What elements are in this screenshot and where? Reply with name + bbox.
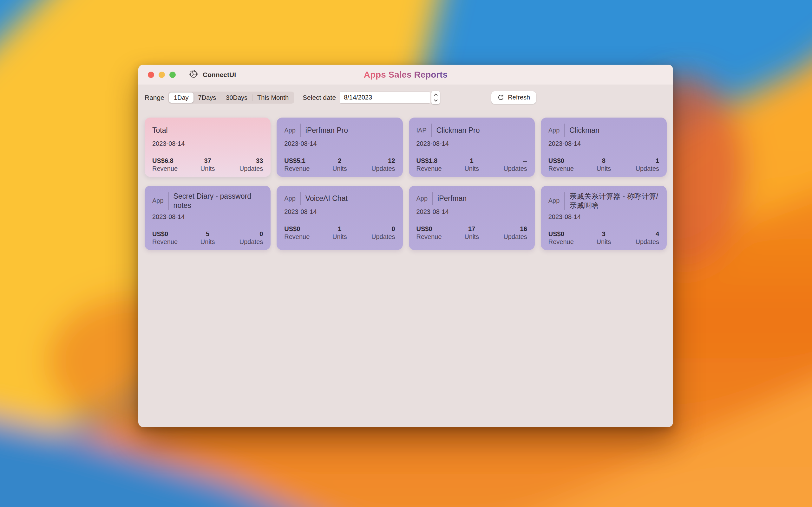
sales-card: App iPerfman Pro 2023-08-14 US$5.1 Reven…: [276, 118, 403, 177]
select-date-label: Select date: [303, 94, 336, 101]
card-header: App Clickman: [548, 124, 659, 137]
units-label: Units: [189, 238, 226, 245]
refresh-label: Refresh: [508, 94, 530, 101]
units-value: 1: [321, 225, 358, 233]
revenue-label: Revenue: [152, 165, 189, 172]
sales-card: App iPerfman 2023-08-14 US$0 Revenue 17 …: [409, 186, 535, 250]
card-title: Secret Diary - password notes: [173, 192, 263, 210]
sales-card: App Secret Diary - password notes 2023-0…: [145, 186, 270, 250]
sales-card: IAP Clickman Pro 2023-08-14 US$1.8 Reven…: [409, 118, 535, 177]
stat-units: 37 Units: [189, 157, 226, 172]
vertical-divider: [564, 124, 565, 137]
stepper-up-button[interactable]: [432, 92, 440, 98]
units-value: 5: [189, 230, 226, 238]
app-name: ConnectUI: [203, 71, 236, 78]
stat-revenue: US$0 Revenue: [416, 225, 453, 240]
card-header: App iPerfman: [416, 192, 527, 205]
range-option-this-month[interactable]: This Month: [252, 93, 293, 103]
updates-value: 4: [622, 230, 659, 238]
revenue-value: US$0: [548, 230, 585, 238]
stat-revenue: US$0 Revenue: [284, 225, 321, 240]
close-button[interactable]: [148, 72, 154, 78]
card-type-badge: IAP: [416, 126, 426, 134]
updates-label: Updates: [358, 233, 395, 240]
revenue-value: US$6.8: [152, 157, 189, 164]
card-header: IAP Clickman Pro: [416, 124, 527, 137]
range-label: Range: [145, 94, 164, 101]
units-label: Units: [453, 233, 490, 240]
card-divider: [416, 153, 527, 153]
vertical-divider: [564, 192, 565, 210]
units-label: Units: [321, 165, 358, 172]
card-stats: US$0 Revenue 3 Units 4 Updates: [548, 230, 659, 245]
card-date: 2023-08-14: [284, 140, 395, 147]
revenue-label: Revenue: [284, 165, 321, 172]
updates-value: 0: [358, 225, 395, 233]
revenue-label: Revenue: [416, 233, 453, 240]
revenue-value: US$0: [548, 157, 585, 164]
card-header: App Secret Diary - password notes: [152, 192, 263, 210]
card-type-badge: App: [152, 197, 164, 205]
stat-updates: 16 Updates: [490, 225, 527, 240]
date-stepper: [432, 91, 440, 104]
vertical-divider: [300, 192, 301, 205]
card-type-badge: App: [548, 126, 560, 134]
card-title: VoiceAI Chat: [305, 194, 348, 203]
stat-updates: 0 Updates: [226, 230, 263, 245]
chevron-down-icon: [434, 99, 438, 102]
range-option-1day[interactable]: 1Day: [169, 93, 194, 103]
toolbar: Range 1Day 7Days 30Days This Month Selec…: [138, 85, 673, 110]
updates-value: 12: [358, 157, 395, 164]
units-value: 2: [321, 157, 358, 164]
card-header: App VoiceAI Chat: [284, 192, 395, 205]
card-divider: [284, 221, 395, 221]
updates-label: Updates: [358, 165, 395, 172]
page-title: Apps Sales Reports: [364, 70, 448, 80]
stat-units: 17 Units: [453, 225, 490, 240]
stat-updates: 4 Updates: [622, 230, 659, 245]
card-type-badge: App: [416, 194, 428, 203]
date-input[interactable]: [340, 92, 430, 104]
card-stats: US$1.8 Revenue 1 Units -- Updates: [416, 157, 527, 172]
sales-card: App VoiceAI Chat 2023-08-14 US$0 Revenue…: [276, 186, 403, 250]
range-segmented-control: 1Day 7Days 30Days This Month: [168, 92, 294, 104]
card-title: iPerfman: [438, 194, 467, 203]
updates-label: Updates: [490, 165, 527, 172]
updates-label: Updates: [622, 238, 659, 245]
revenue-value: US$5.1: [284, 157, 321, 164]
revenue-label: Revenue: [416, 165, 453, 172]
revenue-label: Revenue: [548, 165, 585, 172]
revenue-value: US$0: [284, 225, 321, 233]
stat-units: 1 Units: [453, 157, 490, 172]
units-value: 8: [585, 157, 622, 164]
units-label: Units: [321, 233, 358, 240]
refresh-button[interactable]: Refresh: [491, 91, 536, 104]
range-option-30days[interactable]: 30Days: [221, 93, 252, 103]
card-header: Total: [152, 124, 263, 137]
card-type-badge: App: [284, 194, 296, 203]
stat-updates: 12 Updates: [358, 157, 395, 172]
card-date: 2023-08-14: [548, 213, 659, 221]
stat-revenue: US$5.1 Revenue: [284, 157, 321, 172]
units-value: 1: [453, 157, 490, 164]
card-divider: [152, 153, 263, 153]
gear-icon: [189, 70, 198, 80]
stat-units: 3 Units: [585, 230, 622, 245]
stepper-down-button[interactable]: [432, 98, 440, 103]
chevron-up-icon: [434, 94, 438, 96]
stat-units: 8 Units: [585, 157, 622, 172]
updates-label: Updates: [226, 165, 263, 172]
stat-units: 1 Units: [321, 225, 358, 240]
card-type-badge: App: [284, 126, 296, 134]
card-date: 2023-08-14: [284, 208, 395, 216]
card-title: Clickman: [569, 126, 600, 135]
card-stats: US$0 Revenue 5 Units 0 Updates: [152, 230, 263, 245]
revenue-value: US$0: [152, 230, 189, 238]
stat-units: 2 Units: [321, 157, 358, 172]
refresh-icon: [497, 94, 504, 101]
range-option-7days[interactable]: 7Days: [194, 93, 221, 103]
card-date: 2023-08-14: [548, 140, 659, 147]
minimize-button[interactable]: [159, 72, 165, 78]
zoom-button[interactable]: [169, 72, 176, 78]
stat-updates: -- Updates: [490, 157, 527, 172]
